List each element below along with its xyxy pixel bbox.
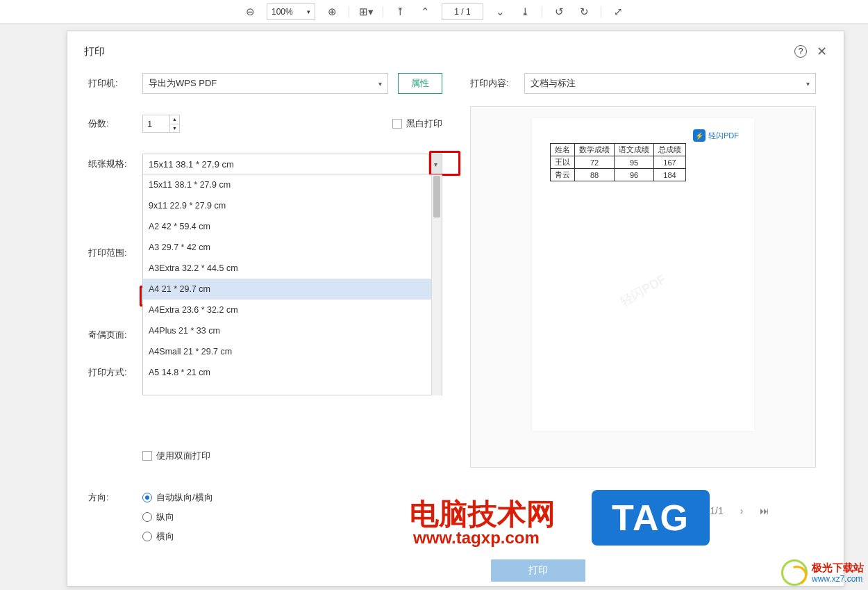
pager-last-icon[interactable]: ⏭ — [760, 505, 769, 516]
paper-option[interactable]: A5 14.8 * 21 cm — [143, 362, 431, 383]
table-cell: 青云 — [551, 169, 575, 181]
zoom-select[interactable]: 100% ▾ — [267, 3, 315, 20]
table-cell: 95 — [615, 156, 654, 169]
orientation-auto-radio[interactable]: 自动纵向/横向 — [142, 491, 213, 504]
table-row: 青云8896184 — [551, 169, 686, 181]
paper-option[interactable]: 9x11 22.9 * 27.9 cm — [143, 195, 431, 216]
orientation-auto-label: 自动纵向/横向 — [156, 491, 213, 504]
paper-option[interactable]: A4Small 21 * 29.7 cm — [143, 341, 431, 362]
table-row: 王以7295167 — [551, 156, 686, 169]
bw-print-checkbox[interactable]: 黑白打印 — [392, 117, 442, 130]
separator — [383, 6, 383, 17]
print-range-label: 打印范围: — [88, 247, 142, 259]
checkbox-icon[interactable] — [142, 451, 152, 461]
rotate-left-icon[interactable]: ↺ — [551, 3, 567, 20]
orientation-portrait-radio[interactable]: 纵向 — [142, 511, 213, 523]
table-header-cell: 姓名 — [551, 144, 575, 156]
print-content-select[interactable]: 文档与标注 ▾ — [524, 73, 816, 94]
overlay-tag-badge: TAG — [592, 490, 710, 546]
printer-value: 导出为WPS PDF — [149, 77, 217, 90]
dialog-title: 打印 — [84, 45, 105, 58]
app-badge-text: 轻闪PDF — [708, 131, 739, 141]
chevron-down-icon: ▾ — [806, 80, 810, 88]
bw-print-label: 黑白打印 — [406, 117, 442, 130]
help-icon[interactable]: ? — [794, 45, 807, 58]
paper-size-label: 纸张规格: — [88, 158, 142, 170]
radio-icon[interactable] — [142, 532, 152, 541]
copies-input[interactable]: 1 — [142, 115, 170, 133]
properties-button[interactable]: 属性 — [398, 73, 442, 94]
scrollbar[interactable] — [431, 174, 442, 395]
checkbox-icon[interactable] — [392, 119, 402, 129]
copies-spinner[interactable]: ▲ ▼ — [170, 115, 180, 133]
zoom-in-icon[interactable]: ⊕ — [324, 3, 340, 20]
zoom-out-icon[interactable]: ⊖ — [242, 3, 258, 20]
table-cell: 72 — [575, 156, 615, 169]
table-header-cell: 数学成绩 — [575, 144, 615, 156]
app-badge: ⚡ 轻闪PDF — [693, 129, 739, 142]
separator — [542, 6, 542, 17]
print-content-value: 文档与标注 — [531, 77, 576, 90]
paper-option[interactable]: A4Extra 23.6 * 32.2 cm — [143, 300, 431, 320]
orientation-portrait-label: 纵向 — [156, 511, 174, 523]
close-icon[interactable]: ✕ — [817, 44, 827, 59]
paper-size-select[interactable]: 15x11 38.1 * 27.9 cm — [142, 154, 442, 174]
page-current: 1 — [454, 7, 459, 17]
paper-option[interactable]: A3Extra 32.2 * 44.5 cm — [143, 258, 431, 279]
footer-text: 极光下载站 www.xz7.com — [812, 562, 864, 584]
orientation-landscape-label: 横向 — [156, 530, 174, 543]
copies-label: 份数: — [88, 117, 142, 130]
preview-page: ⚡ 轻闪PDF 姓名数学成绩语文成绩总成绩王以7295167青云8896184 … — [532, 118, 754, 431]
page-first-icon[interactable]: ⤒ — [392, 3, 408, 20]
paper-size-dropdown[interactable]: 15x11 38.1 * 27.9 cm9x11 22.9 * 27.9 cmA… — [142, 174, 442, 395]
table-cell: 96 — [615, 169, 654, 181]
paper-option[interactable]: A4Plus 21 * 33 cm — [143, 320, 431, 341]
layout-grid-icon[interactable]: ⊞▾ — [358, 3, 374, 20]
print-mode-label: 打印方式: — [88, 366, 142, 379]
print-content-label: 打印内容: — [470, 77, 524, 90]
paper-option[interactable]: A3 29.7 * 42 cm — [143, 237, 431, 258]
odd-even-label: 奇偶页面: — [88, 329, 142, 341]
paper-option[interactable]: A2 42 * 59.4 cm — [143, 216, 431, 237]
pager-next-icon[interactable]: › — [740, 505, 744, 516]
radio-icon[interactable] — [142, 493, 152, 502]
lightning-icon: ⚡ — [693, 129, 706, 142]
paper-option[interactable]: A4 21 * 29.7 cm — [143, 279, 431, 300]
printer-label: 打印机: — [88, 77, 142, 90]
footer-logo: 极光下载站 www.xz7.com — [781, 559, 864, 586]
table-cell: 184 — [654, 169, 686, 181]
paper-option[interactable]: 15x11 38.1 * 27.9 cm — [143, 174, 431, 195]
page-prev-icon[interactable]: ⌃ — [417, 3, 433, 20]
watermark-text: 轻闪PDF — [617, 270, 669, 310]
spinner-up-icon[interactable]: ▲ — [170, 115, 179, 124]
orientation-label: 方向: — [88, 491, 142, 550]
top-toolbar: ⊖ 100% ▾ ⊕ ⊞▾ ⤒ ⌃ 1 / 1 ⌄ ⤓ ↺ ↻ ⤢ — [0, 0, 868, 24]
orientation-landscape-radio[interactable]: 横向 — [142, 530, 213, 543]
page-total: 1 — [466, 7, 471, 17]
duplex-checkbox[interactable]: 使用双面打印 — [142, 450, 463, 462]
scroll-thumb[interactable] — [433, 176, 440, 218]
table-cell: 88 — [575, 169, 615, 181]
separator — [349, 6, 349, 17]
printer-select[interactable]: 导出为WPS PDF ▾ — [142, 73, 388, 94]
spinner-down-icon[interactable]: ▼ — [170, 124, 179, 133]
copies-value: 1 — [147, 119, 152, 129]
radio-icon[interactable] — [142, 512, 152, 522]
dialog-header: 打印 ? ✕ — [67, 31, 844, 66]
footer-en: www.xz7.com — [812, 574, 864, 584]
paper-dropdown-button[interactable]: ▾ — [428, 154, 442, 174]
preview-table: 姓名数学成绩语文成绩总成绩王以7295167青云8896184 — [550, 143, 686, 181]
preview-box: ⚡ 轻闪PDF 姓名数学成绩语文成绩总成绩王以7295167青云8896184 … — [470, 106, 816, 468]
chevron-down-icon: ▾ — [307, 8, 310, 15]
table-header-cell: 总成绩 — [654, 144, 686, 156]
table-cell: 王以 — [551, 156, 575, 169]
page-next-icon[interactable]: ⌄ — [492, 3, 508, 20]
page-input[interactable]: 1 / 1 — [442, 3, 483, 20]
fullscreen-icon[interactable]: ⤢ — [610, 3, 626, 20]
rotate-right-icon[interactable]: ↻ — [576, 3, 592, 20]
chevron-down-icon: ▾ — [378, 80, 382, 88]
pager-text: 1/1 — [710, 505, 723, 516]
print-button[interactable]: 打印 — [491, 559, 585, 582]
table-cell: 167 — [654, 156, 686, 169]
page-last-icon[interactable]: ⤓ — [517, 3, 533, 20]
